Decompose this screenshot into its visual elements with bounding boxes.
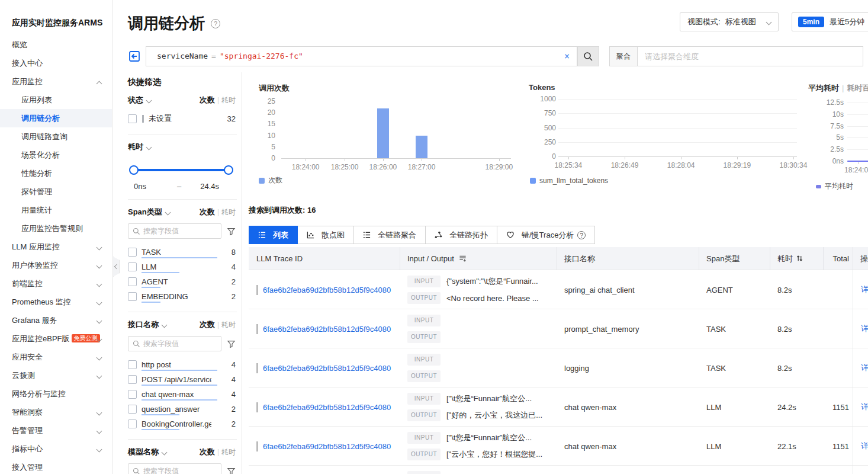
sort-icon[interactable] bbox=[796, 255, 803, 262]
checkbox[interactable] bbox=[128, 360, 137, 369]
clear-query-icon[interactable]: × bbox=[564, 47, 570, 66]
sidebar-item[interactable]: 调用链路查询 bbox=[0, 127, 112, 146]
sidebar-item[interactable]: Grafana 服务 bbox=[0, 311, 112, 329]
checkbox[interactable] bbox=[128, 292, 137, 301]
sidebar-item[interactable]: 接入管理 bbox=[0, 458, 112, 474]
detail-link[interactable]: 详情 bbox=[861, 363, 868, 373]
sidebar-item[interactable]: 网络分析与监控 bbox=[0, 385, 112, 403]
legend-item[interactable]: 平均耗时 bbox=[816, 181, 853, 191]
count-duration-toggle[interactable]: 次数|耗时 bbox=[200, 207, 236, 217]
filter-search-box[interactable] bbox=[128, 336, 221, 351]
slider-handle-min[interactable] bbox=[129, 165, 139, 175]
sidebar-item[interactable]: 应用监控eBPF版免费公测 bbox=[0, 329, 112, 348]
tab-全链路聚合[interactable]: 全链路聚合 bbox=[353, 226, 426, 244]
filter-row-span_type[interactable]: AGENT2 bbox=[128, 274, 236, 289]
checkbox[interactable] bbox=[128, 248, 137, 257]
sidebar-item[interactable]: 应用监控 bbox=[0, 72, 112, 91]
sidebar-item[interactable]: 概览 bbox=[0, 36, 112, 54]
column-settings-icon[interactable] bbox=[459, 255, 467, 262]
sidebar-item[interactable]: 场景化分析 bbox=[0, 146, 112, 164]
detail-link[interactable]: 详情 bbox=[861, 324, 868, 334]
filter-section-header-status[interactable]: 状态次数|耗时 bbox=[128, 95, 236, 105]
tab-help-icon[interactable]: ? bbox=[577, 231, 586, 239]
duration-range-slider[interactable] bbox=[129, 165, 233, 175]
page-help-icon[interactable]: ? bbox=[211, 19, 220, 28]
legend-item[interactable]: sum_llm_total_tokens bbox=[530, 177, 608, 185]
sidebar-item[interactable]: 应用列表 bbox=[0, 91, 112, 109]
filter-section-header-span_type[interactable]: Span类型次数|耗时 bbox=[128, 207, 236, 217]
checkbox[interactable] bbox=[128, 277, 137, 286]
search-button[interactable] bbox=[577, 46, 599, 66]
tab-错/慢Trace分析[interactable]: 错/慢Trace分析? bbox=[497, 226, 595, 244]
sidebar-item[interactable]: 云拨测 bbox=[0, 366, 112, 385]
detail-link[interactable]: 详情 bbox=[861, 402, 868, 412]
count-duration-toggle[interactable]: 次数|耗时 bbox=[200, 95, 236, 105]
time-range-picker[interactable]: 5min 最近5分钟 bbox=[792, 12, 868, 31]
filter-row-endpoint[interactable]: POST /api/v1/services...4 bbox=[128, 372, 236, 386]
sidebar-item[interactable]: 应用监控告警规则 bbox=[0, 219, 112, 238]
detail-link[interactable]: 详情 bbox=[861, 441, 868, 451]
sidebar-item[interactable]: 接入中心 bbox=[0, 54, 112, 72]
query-input[interactable]: serviceName="springai-2276-fc" × bbox=[146, 46, 577, 66]
checkbox[interactable] bbox=[128, 114, 137, 123]
sidebar-item[interactable]: 探针管理 bbox=[0, 182, 112, 201]
trace-id-link[interactable]: 6fae6b2feba69d2bfb58b12d5f9c4080 bbox=[263, 403, 391, 412]
sidebar-item[interactable]: 指标中心 bbox=[0, 440, 112, 458]
view-mode-select[interactable]: 视图模式: 标准视图 bbox=[680, 12, 779, 31]
tab-全链路拓扑[interactable]: 全链路拓扑 bbox=[425, 226, 497, 244]
slider-handle-max[interactable] bbox=[224, 165, 233, 175]
sidebar-item[interactable]: Prometheus 监控 bbox=[0, 293, 112, 311]
sidebar-item[interactable]: 智能洞察 bbox=[0, 403, 112, 421]
tab-列表[interactable]: 列表 bbox=[249, 226, 298, 244]
filter-row-span_type[interactable]: EMBEDDING2 bbox=[128, 289, 236, 303]
checkbox[interactable] bbox=[128, 405, 137, 414]
checkbox[interactable] bbox=[128, 419, 137, 428]
filter-row-endpoint[interactable]: question_answer2 bbox=[128, 402, 236, 416]
detail-link[interactable]: 详情 bbox=[861, 284, 868, 295]
funnel-icon[interactable] bbox=[227, 340, 236, 348]
filter-section-header-duration[interactable]: 耗时 bbox=[128, 142, 236, 152]
filter-row-span_type[interactable]: LLM4 bbox=[128, 260, 236, 274]
sidebar-item[interactable]: 用户体验监控 bbox=[0, 256, 112, 274]
legend-item[interactable]: 次数 bbox=[259, 175, 282, 185]
filter-search-input[interactable] bbox=[143, 467, 217, 474]
trace-id-link[interactable]: 6fae6b2feba69d2bfb58b12d5f9c4080 bbox=[263, 364, 391, 373]
funnel-icon[interactable] bbox=[227, 227, 236, 236]
aggregate-dimension-input[interactable] bbox=[637, 46, 863, 66]
sidebar-item[interactable]: 告警管理 bbox=[0, 421, 112, 440]
sidebar-item[interactable]: 调用链分析 bbox=[0, 109, 112, 127]
section-divider bbox=[128, 134, 237, 134]
sidebar-item[interactable]: LLM 应用监控 bbox=[0, 238, 112, 256]
filter-row-endpoint[interactable]: http post4 bbox=[128, 357, 236, 371]
trace-id-link[interactable]: 6fae6b2feba69d2bfb58b12d5f9c4080 bbox=[263, 286, 391, 294]
filter-search-box[interactable] bbox=[128, 463, 221, 474]
filter-search-input[interactable] bbox=[143, 227, 217, 235]
sidebar-item[interactable]: 前端监控 bbox=[0, 274, 112, 293]
chart-title-alt[interactable]: 耗时百分位 bbox=[847, 84, 868, 92]
sidebar-item-label: 告警管理 bbox=[12, 426, 43, 435]
filter-section-header-model[interactable]: 模型名称次数|耗时 bbox=[128, 447, 236, 457]
filter-row-status[interactable]: 未设置32 bbox=[128, 111, 236, 126]
trace-id-link[interactable]: 6fae6b2feba69d2bfb58b12d5f9c4080 bbox=[263, 325, 391, 334]
trace-marker bbox=[256, 441, 258, 451]
filter-section-header-endpoint[interactable]: 接口名称次数|耗时 bbox=[128, 319, 236, 330]
checkbox[interactable] bbox=[128, 390, 137, 399]
count-duration-toggle[interactable]: 次数|耗时 bbox=[200, 319, 236, 330]
sidebar-item[interactable]: 应用安全 bbox=[0, 348, 112, 366]
endpoint-cell bbox=[557, 466, 699, 474]
checkbox[interactable] bbox=[128, 262, 137, 271]
trace-id-link[interactable]: 6fae6b2feba69d2bfb58b12d5f9c4080 bbox=[263, 442, 391, 451]
filter-row-endpoint[interactable]: chat qwen-max4 bbox=[128, 387, 236, 401]
checkbox[interactable] bbox=[128, 375, 137, 384]
filter-row-span_type[interactable]: TASK8 bbox=[128, 245, 236, 259]
filter-row-endpoint[interactable]: BookingController.get...2 bbox=[128, 417, 236, 431]
sidebar-item[interactable]: 性能分析 bbox=[0, 164, 112, 182]
filter-search-input[interactable] bbox=[143, 340, 217, 348]
sidebar-item[interactable]: 用量统计 bbox=[0, 201, 112, 219]
count-duration-toggle[interactable]: 次数|耗时 bbox=[200, 447, 236, 457]
query-mode-icon[interactable] bbox=[128, 50, 141, 63]
funnel-icon[interactable] bbox=[227, 467, 236, 474]
filter-search-box[interactable] bbox=[128, 223, 221, 239]
input-tag: INPUT bbox=[407, 393, 441, 405]
tab-散点图[interactable]: 散点图 bbox=[297, 226, 354, 244]
